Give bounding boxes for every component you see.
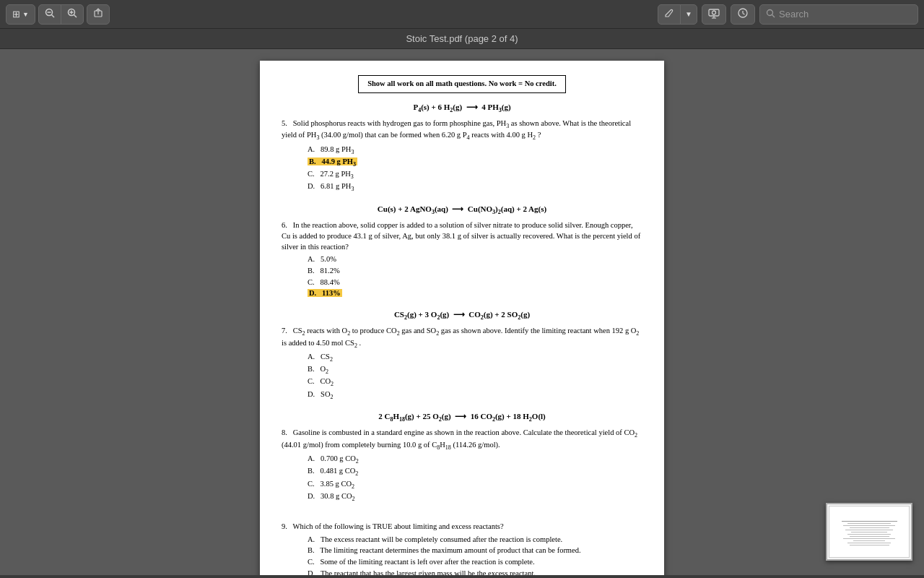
question-6-block: Cu(s) + 2 AgNO3(aq) ⟶ Cu(NO3)2(aq) + 2 A…: [282, 204, 642, 299]
choice-6d: D. 113%: [308, 288, 642, 299]
choice-9d: D. The reactant that has the largest giv…: [308, 569, 642, 575]
zoom-in-icon: [67, 8, 77, 20]
toolbar-left: ⊞ ▼: [6, 4, 110, 25]
clock-icon: [737, 7, 749, 21]
reaction-5: P4(s) + 6 H2(g) ⟶ 4 PH3(g): [282, 102, 642, 114]
reaction-7: CS2(g) + 3 O2(g) ⟶ CO2(g) + 2 SO2(g): [282, 309, 642, 322]
choice-9c: C. Some of the limiting reactant is left…: [308, 557, 642, 568]
toolbar-right: ▼: [658, 4, 918, 25]
question-8-stem: 8. Gasoline is combusted in a standard e…: [282, 428, 642, 452]
annotate-button[interactable]: [658, 5, 680, 24]
reaction-8: 2 C8H18(g) + 25 O2(g) ⟶ 16 CO2(g) + 18 H…: [282, 411, 642, 423]
thumbnail-overlay[interactable]: [826, 503, 912, 561]
choice-5d: D. 6.81 g PH3: [308, 181, 642, 193]
question-9-choices: A. The excess reactant will be completel…: [308, 535, 642, 575]
question-5-stem: 5. Solid phosphorus reacts with hydrogen…: [282, 118, 642, 142]
choice-7a: A. CS2: [308, 352, 642, 363]
choice-5a: A. 89.8 g PH3: [308, 144, 642, 156]
presenter-mode-button[interactable]: [702, 4, 726, 25]
svg-line-4: [74, 15, 77, 18]
reaction-6: Cu(s) + 2 AgNO3(aq) ⟶ Cu(NO3)2(aq) + 2 A…: [282, 204, 642, 216]
share-button[interactable]: [87, 4, 110, 25]
annotation-dropdown-button[interactable]: ▼: [680, 5, 697, 24]
svg-line-15: [743, 14, 745, 15]
choice-6a: A. 5.0%: [308, 254, 642, 265]
sidebar-icon: ⊞: [12, 9, 20, 20]
notice-text: Show all work on all math questions. No …: [367, 79, 557, 87]
question-8-block: 2 C8H18(g) + 25 O2(g) ⟶ 16 CO2(g) + 18 H…: [282, 411, 642, 503]
svg-line-17: [772, 14, 775, 17]
pen-icon: [664, 8, 674, 20]
thumbnail-content: [827, 504, 911, 559]
question-9-block: 9. Which of the following is TRUE about …: [282, 522, 642, 575]
question-7-stem: 7. CS2 reacts with O2 to produce CO2 gas…: [282, 326, 642, 350]
main-area: Show all work on all math questions. No …: [0, 49, 924, 575]
question-7-choices: A. CS2 B. O2 C. CO2 D. SO2: [308, 352, 642, 401]
zoom-controls: [38, 4, 84, 25]
history-button[interactable]: [731, 4, 755, 25]
projector-icon: [708, 7, 720, 21]
document-title: Stoic Test.pdf (page 2 of 4): [406, 33, 518, 44]
zoom-out-icon: [45, 8, 55, 20]
question-9-stem: 9. Which of the following is TRUE about …: [282, 522, 642, 532]
title-bar: Stoic Test.pdf (page 2 of 4): [0, 29, 924, 49]
choice-8b: B. 0.481 g CO2: [308, 466, 642, 478]
svg-point-16: [767, 9, 773, 15]
choice-5c: C. 27.2 g PH3: [308, 169, 642, 181]
choice-9b: B. The limiting reactant determines the …: [308, 545, 642, 556]
share-icon: [93, 8, 103, 20]
sidebar-toggle-button[interactable]: ⊞ ▼: [6, 4, 35, 25]
thumb-inner: [829, 506, 910, 558]
choice-8d: D. 30.8 g CO2: [308, 491, 642, 503]
toolbar: ⊞ ▼: [0, 0, 924, 29]
question-6-stem: 6. In the reaction above, solid copper i…: [282, 220, 642, 252]
zoom-out-button[interactable]: [39, 5, 61, 24]
question-7-block: CS2(g) + 3 O2(g) ⟶ CO2(g) + 2 SO2(g) 7. …: [282, 309, 642, 401]
question-5-block: P4(s) + 6 H2(g) ⟶ 4 PH3(g) 5. Solid phos…: [282, 102, 642, 194]
svg-point-10: [712, 11, 716, 14]
notice-box: Show all work on all math questions. No …: [358, 75, 566, 93]
choice-6c: C. 88.4%: [308, 277, 642, 288]
choice-7d: D. SO2: [308, 389, 642, 401]
sidebar-chevron: ▼: [22, 11, 29, 18]
choice-8a: A. 0.700 g CO2: [308, 454, 642, 465]
search-icon: [766, 9, 775, 20]
search-input[interactable]: [779, 9, 912, 20]
choice-9a: A. The excess reactant will be completel…: [308, 535, 642, 545]
svg-line-1: [51, 15, 54, 18]
choice-7b: B. O2: [308, 364, 642, 376]
choice-6b: B. 81.2%: [308, 266, 642, 277]
question-8-choices: A. 0.700 g CO2 B. 0.481 g CO2 C. 3.85 g …: [308, 454, 642, 503]
question-6-choices: A. 5.0% B. 81.2% C. 88.4% D. 113%: [308, 254, 642, 299]
question-5-choices: A. 89.8 g PH3 B. 44.9 g PH3 C. 27.2 g PH…: [308, 144, 642, 194]
choice-8c: C. 3.85 g CO2: [308, 479, 642, 491]
pdf-page: Show all work on all math questions. No …: [260, 61, 664, 575]
choice-7c: C. CO2: [308, 376, 642, 388]
annotation-controls: ▼: [658, 4, 697, 25]
search-box[interactable]: [759, 4, 918, 25]
choice-5b: B. 44.9 g PH3: [308, 157, 642, 168]
chevron-down-icon: ▼: [685, 10, 692, 18]
zoom-in-button[interactable]: [61, 5, 83, 24]
